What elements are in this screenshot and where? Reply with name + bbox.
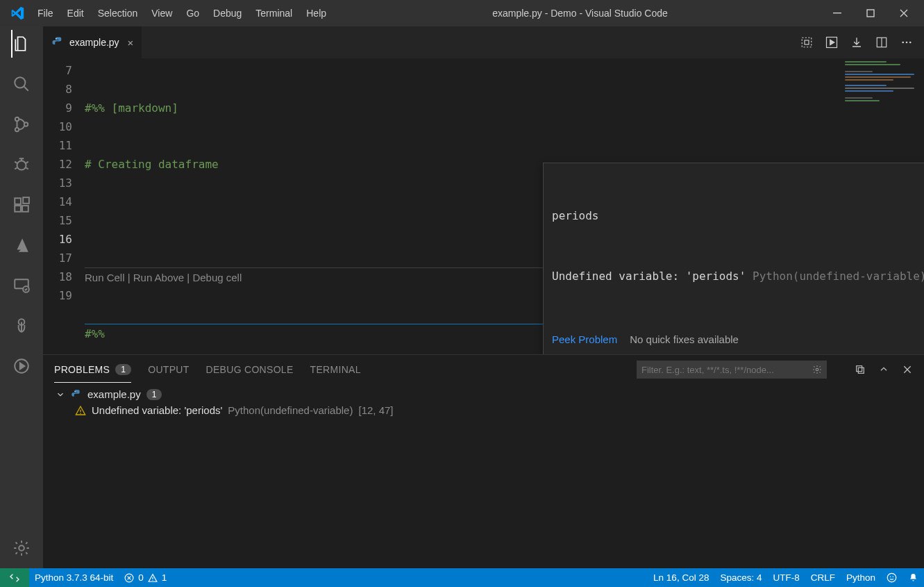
editor-pane[interactable]: 7 8 9 10 11 12 13 14 15 16 17 18 19 #%% … — [43, 58, 924, 354]
svg-rect-0 — [833, 13, 841, 13]
remote-explorer-icon[interactable] — [11, 275, 32, 296]
run-below-icon[interactable] — [850, 36, 863, 49]
hover-tooltip: periods Undefined variable: 'periods' Py… — [543, 163, 924, 354]
svg-point-7 — [17, 161, 26, 170]
menu-view[interactable]: View — [144, 3, 179, 23]
problem-message: Undefined variable: 'periods' — [92, 404, 222, 416]
svg-point-5 — [15, 128, 19, 131]
more-actions-icon[interactable] — [900, 36, 913, 49]
panel-close-icon[interactable] — [902, 364, 913, 375]
menu-bar: File Edit Selection View Go Debug Termin… — [31, 3, 333, 23]
window-title: example.py - Demo - Visual Studio Code — [333, 8, 827, 19]
menu-file[interactable]: File — [31, 3, 60, 23]
status-cursor-position[interactable]: Ln 16, Col 28 — [648, 572, 714, 583]
test-icon[interactable] — [11, 356, 32, 377]
problem-file-name: example.py — [87, 388, 141, 400]
settings-gear-icon[interactable] — [11, 538, 32, 559]
svg-point-6 — [24, 122, 28, 126]
search-icon[interactable] — [11, 74, 32, 94]
filter-text-input[interactable] — [641, 365, 808, 375]
svg-point-26 — [816, 368, 818, 371]
menu-go[interactable]: Go — [179, 3, 206, 23]
editor-area: example.py × 7 8 9 10 11 12 13 — [43, 26, 924, 568]
notifications-bell-icon[interactable] — [902, 572, 924, 583]
status-eol[interactable]: CRLF — [805, 572, 841, 583]
status-encoding[interactable]: UTF-8 — [767, 572, 805, 583]
source-control-icon[interactable] — [11, 114, 32, 135]
svg-rect-11 — [23, 197, 29, 204]
extensions-icon[interactable] — [11, 195, 32, 215]
warning-icon — [148, 573, 158, 583]
python-file-icon — [51, 36, 64, 49]
menu-help[interactable]: Help — [299, 3, 333, 23]
explorer-icon[interactable] — [11, 33, 32, 54]
peek-problem-link[interactable]: Peek Problem — [552, 330, 617, 349]
svg-point-37 — [893, 577, 894, 578]
maximize-button[interactable] — [860, 3, 881, 24]
panel-tab-output[interactable]: OUTPUT — [148, 357, 189, 382]
problem-file-row[interactable]: example.py 1 — [56, 388, 912, 400]
jupyter-variables-icon[interactable] — [800, 36, 813, 49]
tab-example-py[interactable]: example.py × — [43, 26, 142, 58]
tab-bar: example.py × — [43, 26, 924, 58]
chevron-down-icon[interactable] — [56, 390, 65, 399]
menu-edit[interactable]: Edit — [60, 3, 91, 23]
menu-selection[interactable]: Selection — [91, 3, 145, 23]
editor-actions — [789, 26, 924, 58]
svg-point-34 — [152, 579, 153, 580]
panel-tab-problems[interactable]: PROBLEMS 1 — [54, 357, 131, 383]
problems-list: example.py 1 Undefined variable: 'period… — [43, 384, 924, 568]
code-line-7: #%% [markdown] — [85, 99, 178, 117]
panel-maximize-icon[interactable] — [878, 364, 889, 375]
split-editor-icon[interactable] — [875, 36, 888, 49]
problem-position: [12, 47] — [358, 404, 393, 416]
svg-point-36 — [890, 577, 891, 578]
svg-rect-1 — [867, 10, 874, 17]
status-language-mode[interactable]: Python — [841, 572, 881, 583]
menu-debug[interactable]: Debug — [206, 3, 249, 23]
svg-rect-28 — [858, 367, 864, 373]
svg-point-29 — [74, 390, 75, 391]
error-icon — [124, 573, 134, 583]
titlebar: File Edit Selection View Go Debug Termin… — [0, 0, 924, 26]
no-quick-fixes-label: No quick fixes available — [630, 330, 739, 349]
svg-rect-19 — [805, 40, 809, 44]
problems-count-badge: 1 — [115, 364, 131, 375]
close-tab-icon[interactable]: × — [128, 37, 134, 49]
minimize-button[interactable] — [827, 3, 848, 24]
status-problems[interactable]: 0 1 — [119, 572, 172, 583]
run-file-icon[interactable] — [825, 36, 838, 49]
azure-icon[interactable] — [11, 235, 32, 256]
code-content[interactable]: #%% [markdown] # Creating dataframe Run … — [85, 58, 841, 354]
svg-line-3 — [24, 86, 28, 91]
python-env-icon[interactable] — [11, 315, 32, 336]
svg-point-4 — [15, 117, 19, 121]
problem-item[interactable]: Undefined variable: 'periods' Python(und… — [56, 404, 912, 416]
status-python-interpreter[interactable]: Python 3.7.3 64-bit — [29, 572, 119, 583]
panel-tabs: PROBLEMS 1 OUTPUT DEBUG CONSOLE TERMINAL — [43, 355, 924, 384]
svg-point-2 — [15, 77, 25, 88]
remote-indicator[interactable] — [0, 568, 29, 587]
status-indentation[interactable]: Spaces: 4 — [714, 572, 767, 583]
svg-point-25 — [909, 42, 912, 44]
window-controls — [827, 3, 918, 24]
debug-icon[interactable] — [11, 154, 32, 175]
menu-terminal[interactable]: Terminal — [249, 3, 299, 23]
bottom-panel: PROBLEMS 1 OUTPUT DEBUG CONSOLE TERMINAL — [43, 354, 924, 568]
close-window-button[interactable] — [893, 3, 914, 24]
filter-settings-icon[interactable] — [812, 365, 822, 374]
collapse-all-icon[interactable] — [855, 364, 866, 375]
svg-rect-9 — [15, 206, 21, 212]
problems-filter-input[interactable] — [637, 361, 827, 379]
svg-point-17 — [56, 38, 57, 40]
activity-bar — [0, 26, 43, 568]
svg-point-35 — [887, 573, 896, 582]
svg-point-24 — [906, 42, 908, 44]
panel-tab-terminal[interactable]: TERMINAL — [310, 357, 361, 382]
hover-source: Python(undefined-variable) — [753, 270, 924, 283]
vscode-logo-icon — [8, 4, 26, 22]
code-line-8: # Creating dataframe — [85, 155, 219, 174]
feedback-icon[interactable] — [881, 572, 902, 583]
panel-tab-debug-console[interactable]: DEBUG CONSOLE — [206, 357, 294, 382]
file-problem-count-badge: 1 — [146, 389, 162, 400]
